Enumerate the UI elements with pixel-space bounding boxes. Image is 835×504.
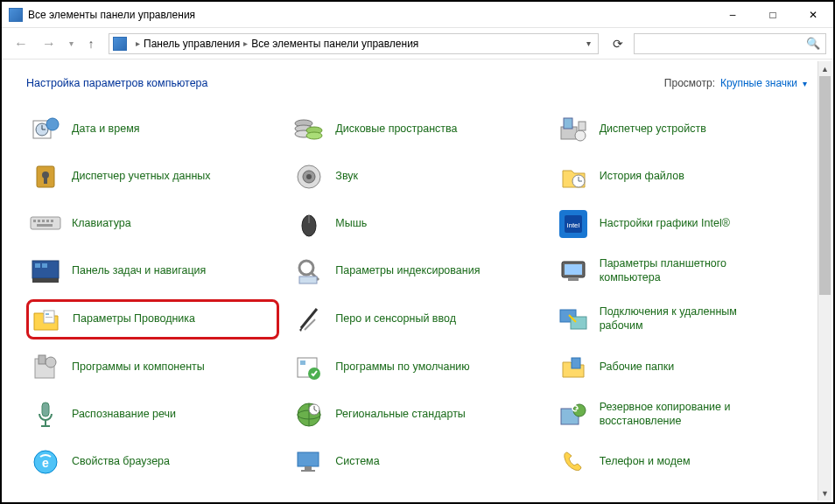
svg-rect-42 bbox=[568, 278, 579, 281]
item-label: Телефон и модем bbox=[600, 455, 691, 469]
chevron-down-icon[interactable]: ▾ bbox=[803, 79, 807, 88]
mouse-icon bbox=[293, 208, 325, 240]
svg-rect-22 bbox=[33, 220, 36, 222]
content-area: Настройка параметров компьютера Просмотр… bbox=[2, 61, 817, 502]
control-panel-item[interactable]: Панель задач и навигация bbox=[26, 252, 279, 290]
up-button[interactable]: ↑ bbox=[81, 32, 102, 56]
item-label: Мышь bbox=[335, 217, 367, 231]
credentials-icon bbox=[30, 161, 61, 192]
control-panel-item[interactable]: Диспетчер устройств bbox=[554, 110, 807, 149]
svg-text:intel: intel bbox=[566, 221, 579, 229]
item-label: Клавиатура bbox=[72, 217, 131, 231]
item-label: Настройки графики Intel® bbox=[600, 217, 730, 231]
control-panel-item[interactable]: Звук bbox=[290, 158, 543, 196]
control-panel-item[interactable]: Рабочие папки bbox=[554, 348, 807, 387]
window-controls: – □ ✕ bbox=[712, 2, 833, 27]
svg-point-12 bbox=[575, 130, 586, 141]
svg-rect-25 bbox=[46, 220, 49, 222]
address-dropdown[interactable]: ▾ bbox=[583, 38, 594, 48]
svg-rect-58 bbox=[42, 402, 49, 416]
backup-icon bbox=[558, 399, 589, 430]
item-label: Подключения к удаленным рабочим bbox=[600, 305, 757, 332]
address-icon bbox=[113, 37, 127, 51]
svg-rect-27 bbox=[37, 224, 53, 227]
chevron-right-icon[interactable]: ▸ bbox=[136, 38, 140, 48]
titlebar: Все элементы панели управления – □ ✕ bbox=[2, 2, 833, 28]
defaults-icon bbox=[293, 352, 325, 383]
svg-rect-57 bbox=[572, 358, 580, 368]
search-input[interactable] bbox=[640, 38, 806, 50]
svg-rect-44 bbox=[46, 313, 49, 315]
control-panel-item[interactable]: Мышь bbox=[290, 205, 543, 243]
scroll-thumb[interactable] bbox=[819, 76, 831, 295]
item-label: Дата и время bbox=[72, 122, 140, 136]
item-label: Перо и сенсорный ввод bbox=[335, 312, 456, 326]
view-selector: Просмотр: Крупные значки ▾ bbox=[664, 77, 807, 89]
control-panel-item[interactable]: Параметры Проводника bbox=[26, 299, 279, 340]
address-bar[interactable]: ▸ Панель управления ▸ Все элементы панел… bbox=[109, 33, 599, 54]
control-panel-item[interactable]: Диспетчер учетных данных bbox=[26, 158, 279, 196]
minimize-button[interactable]: – bbox=[712, 2, 753, 27]
tablet-icon bbox=[558, 256, 589, 287]
vertical-scrollbar[interactable]: ▲ ▼ bbox=[817, 61, 831, 500]
refresh-button[interactable]: ⟳ bbox=[606, 33, 630, 54]
control-panel-icon bbox=[9, 8, 23, 22]
pen-icon bbox=[293, 304, 325, 335]
view-value[interactable]: Крупные значки bbox=[720, 77, 797, 89]
svg-text:e: e bbox=[42, 456, 49, 470]
item-label: Региональные стандарты bbox=[335, 408, 466, 422]
svg-rect-26 bbox=[51, 220, 53, 222]
item-label: Диспетчер учетных данных bbox=[72, 170, 211, 184]
file-history-icon bbox=[558, 161, 589, 192]
control-panel-item[interactable]: Региональные стандарты bbox=[290, 396, 543, 434]
control-panel-item[interactable]: Распознавание речи bbox=[26, 396, 279, 434]
control-panel-item[interactable]: История файлов bbox=[554, 158, 807, 196]
svg-point-4 bbox=[46, 118, 59, 130]
control-panel-item[interactable]: Параметры планшетного компьютера bbox=[554, 252, 807, 290]
item-label: История файлов bbox=[600, 170, 684, 184]
window-title: Все элементы панели управления bbox=[28, 9, 712, 21]
item-label: Параметры индексирования bbox=[335, 264, 480, 278]
control-panel-item[interactable]: Резервное копирование и восстановление bbox=[554, 396, 807, 434]
svg-rect-72 bbox=[298, 452, 319, 466]
item-label: Программы по умолчанию bbox=[335, 360, 469, 374]
control-panel-item[interactable]: Программы по умолчанию bbox=[290, 348, 543, 387]
control-panel-item[interactable]: Параметры индексирования bbox=[290, 252, 543, 290]
indexing-icon bbox=[293, 256, 325, 287]
forward-button[interactable]: → bbox=[37, 32, 61, 56]
search-box[interactable]: 🔍 bbox=[634, 33, 826, 54]
back-button[interactable]: ← bbox=[9, 32, 33, 56]
keyboard-icon bbox=[30, 208, 61, 240]
control-panel-item[interactable]: eСвойства браузера bbox=[26, 443, 279, 481]
device-mgr-icon bbox=[558, 114, 589, 145]
chevron-right-icon[interactable]: ▸ bbox=[243, 38, 248, 48]
close-button[interactable]: ✕ bbox=[793, 2, 833, 27]
disks-icon bbox=[293, 114, 325, 145]
item-label: Параметры планшетного компьютера bbox=[600, 257, 757, 284]
item-label: Рабочие папки bbox=[600, 360, 675, 374]
control-panel-item[interactable]: Система bbox=[290, 443, 543, 481]
breadcrumb-seg-2[interactable]: Все элементы панели управления bbox=[251, 38, 418, 50]
control-panel-item[interactable]: Программы и компоненты bbox=[26, 348, 279, 387]
region-icon bbox=[293, 399, 325, 430]
item-label: Дисковые пространства bbox=[335, 122, 457, 136]
search-icon[interactable]: 🔍 bbox=[806, 37, 820, 50]
scroll-down-button[interactable]: ▼ bbox=[818, 486, 831, 500]
control-panel-item[interactable]: Клавиатура bbox=[26, 205, 279, 243]
svg-point-19 bbox=[306, 174, 312, 179]
sound-icon bbox=[293, 161, 325, 192]
svg-rect-74 bbox=[301, 470, 315, 472]
scroll-up-button[interactable]: ▲ bbox=[818, 61, 831, 76]
control-panel-item[interactable]: Перо и сенсорный ввод bbox=[290, 299, 543, 340]
svg-rect-36 bbox=[32, 278, 59, 283]
breadcrumb-seg-1[interactable]: Панель управления bbox=[144, 38, 240, 50]
svg-rect-24 bbox=[42, 220, 45, 222]
control-panel-item[interactable]: Телефон и модем bbox=[554, 443, 807, 481]
history-dropdown[interactable]: ▾ bbox=[65, 32, 77, 56]
control-panel-item[interactable]: Подключения к удаленным рабочим bbox=[554, 299, 807, 340]
control-panel-item[interactable]: Дата и время bbox=[26, 110, 279, 149]
work-folders-icon bbox=[558, 352, 589, 383]
maximize-button[interactable]: □ bbox=[753, 2, 793, 27]
control-panel-item[interactable]: intelНастройки графики Intel® bbox=[554, 205, 807, 243]
control-panel-item[interactable]: Дисковые пространства bbox=[290, 110, 543, 149]
